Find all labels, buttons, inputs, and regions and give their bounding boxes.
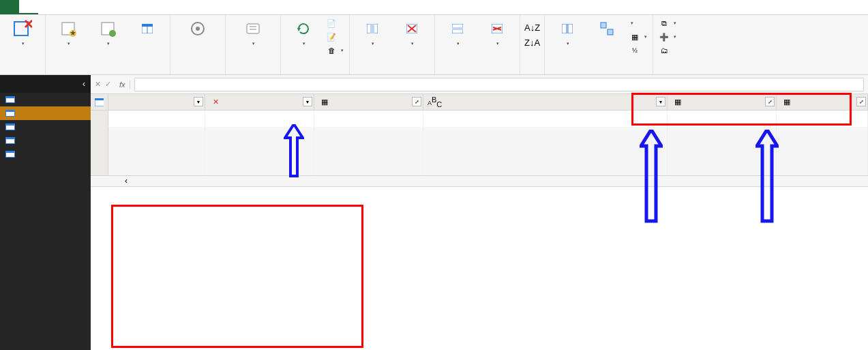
cell-preview — [423, 111, 668, 127]
remove-columns-button[interactable]: ▾ — [392, 16, 432, 46]
cell-attachments[interactable] — [314, 111, 423, 127]
collapse-pane-icon[interactable]: ‹ — [83, 79, 85, 89]
column-menu-icon[interactable]: ▾ — [656, 97, 665, 106]
svg-rect-18 — [370, 24, 374, 33]
main-area: ✕ ✓ fx ▾ ✕▾ ▦⤢ ABC▾ ▦⤢ ▦⤢ — [91, 75, 868, 350]
group-label-close — [3, 72, 42, 74]
manage-query-button[interactable]: 🗑▾ — [323, 44, 346, 57]
data-source-settings-button[interactable] — [173, 16, 222, 41]
cancel-formula-icon[interactable]: ✕ — [95, 80, 101, 89]
combine-files-button[interactable]: 🗂 — [656, 44, 679, 57]
close-apply-button[interactable]: ▾ — [3, 16, 42, 46]
tab-add-column[interactable] — [57, 0, 76, 14]
merge-queries-button[interactable]: ⧉▾ — [656, 16, 679, 30]
table-row[interactable] — [91, 111, 868, 127]
sort-desc-button[interactable]: Z↓A — [523, 35, 541, 49]
remove-rows-button[interactable]: ▾ — [477, 16, 517, 46]
queries-pane-header[interactable]: ‹ — [0, 75, 91, 93]
type-logical-icon: ✕ — [209, 98, 222, 106]
cell-c0 — [108, 111, 205, 127]
expand-column-icon[interactable]: ⤢ — [412, 97, 421, 106]
group-label-query — [284, 72, 346, 74]
enter-data-icon — [142, 18, 153, 40]
column-header-hasattachments[interactable]: ✕▾ — [205, 94, 314, 110]
column-menu-icon[interactable]: ▾ — [194, 97, 203, 106]
type-record-icon: ▦ — [672, 98, 684, 106]
refresh-preview-button[interactable]: ▾ — [284, 16, 323, 57]
tab-file[interactable] — [0, 0, 19, 14]
new-source-button[interactable]: ★ ▾ — [48, 16, 88, 46]
svg-rect-23 — [452, 27, 463, 30]
svg-rect-42 — [95, 98, 104, 100]
table-icon — [5, 110, 15, 117]
query-item-calendar[interactable] — [0, 93, 91, 106]
first-row-headers-button[interactable]: ▦▾ — [627, 30, 650, 44]
type-table-icon: ▦ — [318, 98, 331, 106]
remove-rows-icon — [492, 18, 503, 40]
properties-button[interactable]: 📄 — [323, 16, 346, 30]
manage-parameters-button[interactable]: ▾ — [228, 16, 278, 46]
table-icon — [5, 123, 15, 130]
split-column-button[interactable]: ▾ — [548, 16, 587, 57]
data-type-button[interactable]: ▾ — [627, 16, 650, 30]
type-text-icon: ABC — [428, 96, 440, 108]
confirm-formula-icon[interactable]: ✓ — [105, 80, 111, 89]
column-header-attributes[interactable]: ▦⤢ — [668, 94, 777, 110]
horizontal-scrollbar[interactable]: ‹ — [91, 176, 868, 187]
advanced-editor-icon: 📝 — [326, 31, 337, 42]
recent-sources-icon — [99, 18, 117, 40]
svg-marker-16 — [297, 28, 301, 31]
query-item-tasks[interactable] — [0, 134, 91, 147]
type-record-icon: ▦ — [781, 98, 793, 106]
remove-columns-icon — [406, 18, 417, 40]
keep-rows-icon — [452, 18, 463, 40]
column-header-blank[interactable]: ▾ — [108, 94, 205, 110]
cell-hasattachments — [205, 111, 314, 127]
tab-help[interactable] — [95, 0, 115, 14]
column-menu-icon[interactable]: ▾ — [303, 97, 312, 106]
fx-icon[interactable]: fx — [115, 81, 130, 89]
svg-rect-27 — [562, 24, 567, 33]
query-item-people[interactable] — [0, 147, 91, 161]
column-header-preview[interactable]: ABC▾ — [423, 94, 668, 110]
tab-home[interactable] — [19, 0, 38, 14]
append-queries-button[interactable]: ➕▾ — [656, 30, 679, 44]
svg-rect-29 — [601, 23, 606, 28]
column-header-body[interactable]: ▦⤢ — [777, 94, 868, 110]
query-item-mail[interactable] — [0, 106, 91, 120]
group-by-button[interactable] — [587, 16, 627, 57]
new-source-icon: ★ — [59, 18, 77, 40]
tab-view[interactable] — [76, 0, 95, 14]
formula-input[interactable] — [134, 78, 864, 91]
merge-icon: ⧉ — [659, 18, 670, 29]
tab-transform[interactable] — [38, 0, 57, 14]
advanced-editor-button[interactable]: 📝 — [323, 30, 346, 44]
group-label-reducerows — [438, 72, 517, 74]
svg-point-7 — [109, 30, 116, 37]
keep-rows-button[interactable]: ▾ — [438, 16, 477, 46]
row-header-corner[interactable] — [91, 94, 108, 110]
properties-icon: 📄 — [326, 18, 337, 29]
group-label-managecols — [353, 72, 432, 74]
svg-rect-30 — [608, 29, 613, 35]
svg-point-12 — [196, 27, 200, 31]
recent-sources-button[interactable]: ▾ — [88, 16, 128, 46]
table-icon — [5, 151, 15, 158]
expand-column-icon[interactable]: ⤢ — [856, 97, 866, 106]
cell-attributes[interactable] — [668, 111, 777, 127]
replace-values-icon: ½ — [629, 45, 640, 56]
replace-values-button[interactable]: ½ — [627, 44, 650, 57]
expand-column-icon[interactable]: ⤢ — [765, 97, 775, 106]
close-apply-icon — [13, 18, 32, 40]
group-label-sort — [523, 72, 541, 74]
enter-data-button[interactable] — [128, 16, 167, 46]
column-header-attachments[interactable]: ▦⤢ — [314, 94, 423, 110]
svg-rect-32 — [6, 98, 14, 102]
queries-pane: ‹ — [0, 75, 91, 350]
split-column-icon — [562, 18, 573, 40]
cell-body[interactable] — [777, 111, 868, 127]
sort-asc-button[interactable]: A↓Z — [523, 20, 541, 34]
query-item-meeting-requests[interactable] — [0, 120, 91, 134]
table-icon — [5, 137, 15, 144]
choose-columns-button[interactable]: ▾ — [353, 16, 392, 46]
